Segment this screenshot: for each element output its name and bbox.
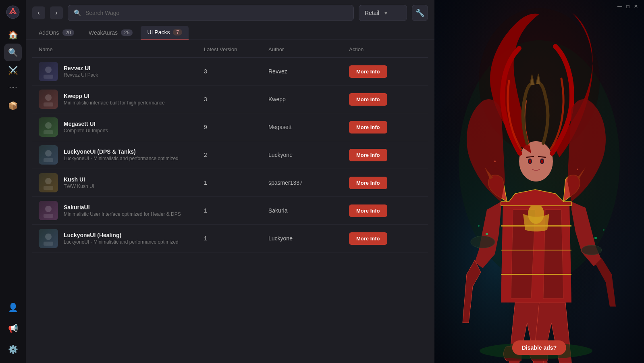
table-row[interactable]: Kush UITWW Kush UI1spasmer1337More Info bbox=[32, 169, 428, 197]
table-row[interactable]: SakuriaUIMinimalistic User Interface opt… bbox=[32, 197, 428, 225]
row-action-cell-kwepp-ui: More Info bbox=[349, 93, 422, 106]
more-info-button-kwepp-ui[interactable]: More Info bbox=[349, 93, 387, 106]
settings-wrench-button[interactable]: 🔧 bbox=[412, 5, 428, 21]
col-header-name: Name bbox=[39, 46, 204, 52]
svg-point-6 bbox=[45, 94, 52, 101]
table-row[interactable]: LuckyoneUI (DPS & Tanks)LuckyoneUI - Min… bbox=[32, 141, 428, 169]
tab-uipacks-count: 7 bbox=[173, 29, 182, 35]
back-button[interactable]: ‹ bbox=[32, 6, 45, 19]
row-title-kwepp-ui: Kwepp UI bbox=[64, 93, 165, 99]
row-version-kush-ui: 1 bbox=[204, 179, 268, 186]
sidebar-item-wow[interactable]: ⚔️ bbox=[4, 61, 22, 79]
svg-rect-7 bbox=[44, 102, 53, 106]
row-version-luckyone-heal: 1 bbox=[204, 235, 268, 242]
row-title-luckyone-dps: LuckyoneUI (DPS & Tanks) bbox=[64, 148, 179, 155]
disable-ads-button[interactable]: Disable ads? bbox=[512, 340, 566, 355]
row-author-revvez-ui: Revvez bbox=[268, 68, 349, 75]
svg-point-15 bbox=[45, 178, 52, 184]
more-info-button-sakuria-ui[interactable]: More Info bbox=[349, 204, 387, 217]
main-content: ‹ › 🔍 Retail ▾ 🔧 AddOns20WeakAuras25UI P… bbox=[26, 0, 434, 363]
row-text-kush-ui: Kush UITWW Kush UI bbox=[64, 176, 94, 189]
more-info-button-luckyone-heal[interactable]: More Info bbox=[349, 232, 387, 245]
row-text-kwepp-ui: Kwepp UIMinimalistic interface built for… bbox=[64, 93, 165, 106]
svg-rect-4 bbox=[44, 75, 53, 79]
row-action-cell-megasett-ui: More Info bbox=[349, 121, 422, 134]
row-text-revvez-ui: Revvez UIRevvez UI Pack bbox=[64, 65, 98, 78]
toolbar: ‹ › 🔍 Retail ▾ 🔧 bbox=[26, 0, 434, 26]
row-action-cell-luckyone-dps: More Info bbox=[349, 149, 422, 161]
chevron-down-icon: ▾ bbox=[384, 10, 401, 16]
row-author-megasett-ui: Megasett bbox=[268, 124, 349, 130]
row-icon-revvez-ui bbox=[39, 62, 58, 81]
forward-button[interactable]: › bbox=[50, 6, 63, 19]
row-icon-kwepp-ui bbox=[39, 90, 58, 109]
svg-point-36 bbox=[486, 233, 488, 235]
svg-rect-10 bbox=[44, 130, 53, 134]
svg-rect-19 bbox=[44, 214, 53, 218]
row-action-cell-kush-ui: More Info bbox=[349, 177, 422, 189]
svg-point-34 bbox=[471, 236, 495, 248]
row-version-revvez-ui: 3 bbox=[204, 68, 268, 75]
row-subtitle-sakuria-ui: Minimalistic User Interface optimized fo… bbox=[64, 211, 181, 217]
sidebar-item-weakauras[interactable]: 〰 bbox=[4, 79, 22, 97]
svg-point-32 bbox=[529, 160, 531, 163]
row-title-kush-ui: Kush UI bbox=[64, 176, 94, 183]
search-input[interactable] bbox=[85, 10, 348, 16]
row-author-kush-ui: spasmer1337 bbox=[268, 179, 349, 186]
more-info-button-kush-ui[interactable]: More Info bbox=[349, 177, 387, 189]
table-row[interactable]: LuckyoneUI (Healing)LuckyoneUI - Minimal… bbox=[32, 225, 428, 252]
more-info-button-revvez-ui[interactable]: More Info bbox=[349, 65, 387, 78]
svg-point-38 bbox=[594, 237, 597, 239]
search-bar: 🔍 bbox=[68, 5, 354, 21]
table-row[interactable]: Kwepp UIMinimalistic interface built for… bbox=[32, 86, 428, 113]
row-version-sakuria-ui: 1 bbox=[204, 207, 268, 214]
more-info-button-luckyone-dps[interactable]: More Info bbox=[349, 149, 387, 161]
row-author-sakuria-ui: Sakuria bbox=[268, 207, 349, 214]
svg-point-12 bbox=[45, 150, 52, 156]
row-icon-luckyone-dps bbox=[39, 145, 58, 165]
tab-weakauras-count: 25 bbox=[121, 29, 133, 36]
sidebar-item-settings[interactable]: ⚙️ bbox=[4, 340, 22, 358]
sidebar-item-home[interactable]: 🏠 bbox=[4, 26, 22, 44]
sidebar-item-profile[interactable]: 👤 bbox=[4, 298, 22, 316]
svg-point-9 bbox=[45, 122, 52, 129]
table-header: Name Latest Version Author Action bbox=[32, 42, 428, 58]
svg-point-1 bbox=[12, 8, 14, 10]
row-author-luckyone-dps: Luckyone bbox=[268, 152, 349, 158]
table-body: Revvez UIRevvez UI Pack3RevvezMore Info … bbox=[32, 58, 428, 252]
minimize-button[interactable]: — bbox=[617, 3, 623, 10]
row-version-megasett-ui: 9 bbox=[204, 124, 268, 130]
close-button[interactable]: ✕ bbox=[633, 3, 639, 10]
svg-point-33 bbox=[541, 160, 543, 163]
row-text-luckyone-dps: LuckyoneUI (DPS & Tanks)LuckyoneUI - Min… bbox=[64, 148, 179, 161]
svg-rect-13 bbox=[44, 158, 53, 162]
table-row[interactable]: Revvez UIRevvez UI Pack3RevvezMore Info bbox=[32, 58, 428, 86]
tab-uipacks[interactable]: UI Packs7 bbox=[141, 26, 189, 40]
row-text-sakuria-ui: SakuriaUIMinimalistic User Interface opt… bbox=[64, 204, 181, 217]
maximize-button[interactable]: □ bbox=[625, 3, 631, 10]
more-info-button-megasett-ui[interactable]: More Info bbox=[349, 121, 387, 134]
sidebar-item-notifications[interactable]: 📢 bbox=[4, 319, 22, 337]
tab-addons[interactable]: AddOns20 bbox=[32, 26, 81, 40]
row-icon-luckyone-heal bbox=[39, 229, 58, 248]
row-icon-megasett-ui bbox=[39, 117, 58, 137]
row-name-cell-kush-ui: Kush UITWW Kush UI bbox=[39, 173, 204, 192]
svg-point-39 bbox=[603, 229, 605, 231]
tab-weakauras[interactable]: WeakAuras25 bbox=[82, 26, 139, 40]
retail-dropdown[interactable]: Retail ▾ bbox=[359, 5, 407, 21]
sidebar-bottom: 👤📢⚙️ bbox=[4, 298, 22, 358]
sidebar-item-search[interactable]: 🔍 bbox=[4, 44, 22, 61]
row-title-megasett-ui: Megasett UI bbox=[64, 121, 108, 127]
sidebar-item-addons[interactable]: 📦 bbox=[4, 97, 22, 115]
svg-point-40 bbox=[494, 161, 496, 162]
row-subtitle-luckyone-heal: LuckyoneUI - Minimalistic and performanc… bbox=[64, 239, 179, 245]
ad-image bbox=[434, 0, 644, 363]
tabs-bar: AddOns20WeakAuras25UI Packs7 bbox=[26, 26, 434, 40]
table-wrapper: Name Latest Version Author Action Revvez… bbox=[26, 40, 434, 363]
svg-point-21 bbox=[45, 234, 52, 240]
search-icon: 🔍 bbox=[74, 9, 81, 17]
row-title-sakuria-ui: SakuriaUI bbox=[64, 204, 181, 211]
row-subtitle-megasett-ui: Complete UI Imports bbox=[64, 128, 108, 134]
row-text-luckyone-heal: LuckyoneUI (Healing)LuckyoneUI - Minimal… bbox=[64, 232, 179, 245]
table-row[interactable]: Megasett UIComplete UI Imports9MegasettM… bbox=[32, 113, 428, 141]
